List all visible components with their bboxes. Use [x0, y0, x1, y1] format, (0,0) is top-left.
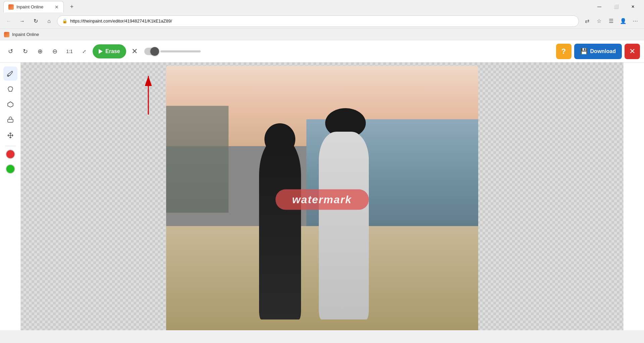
- eraser-tool-button[interactable]: [3, 113, 17, 127]
- url-bar[interactable]: 🔒 https://theinpaint.com/editor/41948274…: [57, 15, 579, 27]
- canvas-area[interactable]: watermark: [21, 62, 623, 330]
- tab-title: Inpaint Online: [16, 4, 52, 9]
- active-tab[interactable]: Inpaint Online ✕: [3, 1, 64, 12]
- svg-marker-1: [8, 102, 13, 107]
- cancel-button[interactable]: ✕: [128, 45, 141, 58]
- new-tab-button[interactable]: +: [67, 2, 77, 11]
- zoom-actual-button[interactable]: 1:1: [63, 45, 76, 58]
- play-icon: [99, 49, 103, 54]
- address-icons: ⇄ ☆ ☰ 👤 ⋯: [582, 16, 641, 27]
- download-label: Download: [590, 48, 616, 54]
- redo-button[interactable]: ↻: [19, 45, 32, 58]
- brand-name: Inpaint Online: [12, 32, 39, 37]
- figure-left-body: [259, 139, 301, 320]
- brush-size-slider[interactable]: [160, 50, 201, 52]
- image-canvas[interactable]: watermark: [166, 66, 478, 330]
- address-bar: ← → ↻ ⌂ 🔒 https://theinpaint.com/editor/…: [0, 13, 644, 29]
- profile-icon[interactable]: 👤: [618, 16, 629, 27]
- editor-body: watermark: [0, 62, 644, 330]
- translate-icon[interactable]: ⇄: [582, 16, 592, 27]
- lock-icon: 🔒: [62, 18, 67, 24]
- close-window-button[interactable]: ✕: [625, 1, 641, 12]
- left-tool-panel: [0, 62, 21, 330]
- refresh-button[interactable]: ↻: [30, 16, 41, 27]
- collections-icon[interactable]: ☰: [606, 16, 616, 27]
- figure-left: [253, 119, 309, 319]
- brand-favicon: [4, 32, 9, 37]
- zoom-in-button[interactable]: ⊕: [34, 45, 46, 58]
- window-controls: — ⬜ ✕: [592, 1, 641, 12]
- menu-icon[interactable]: ⋯: [630, 16, 641, 27]
- erase-button[interactable]: Erase: [93, 44, 126, 58]
- move-tool-button[interactable]: [3, 128, 17, 142]
- polygon-tool-button[interactable]: [3, 97, 17, 112]
- brush-tool-button[interactable]: [3, 67, 17, 81]
- tab-close-icon[interactable]: ✕: [55, 4, 59, 10]
- toolbar-right: ? 💾 Download ✕: [556, 44, 640, 59]
- color-red-button[interactable]: [6, 149, 15, 159]
- favorites-icon[interactable]: ☆: [594, 16, 604, 27]
- maximize-button[interactable]: ⬜: [608, 1, 624, 12]
- close-editor-button[interactable]: ✕: [625, 44, 640, 59]
- home-button[interactable]: ⌂: [44, 16, 54, 27]
- zoom-out-button[interactable]: ⊖: [48, 45, 61, 58]
- help-button[interactable]: ?: [556, 44, 572, 59]
- editor-container: ↺ ↻ ⊕ ⊖ 1:1 ⤢ Erase ✕ ? 💾 Download ✕: [0, 40, 644, 330]
- brand-bar: Inpaint Online: [0, 29, 644, 40]
- brush-toggle[interactable]: [144, 48, 158, 55]
- photo-background: watermark: [166, 66, 478, 330]
- zoom-fit-button[interactable]: ⤢: [78, 45, 91, 58]
- watermark-pill: watermark: [275, 189, 368, 210]
- watermark-text: watermark: [292, 193, 352, 205]
- svg-point-0: [8, 75, 9, 77]
- minimize-button[interactable]: —: [592, 1, 607, 12]
- watermark-overlay: watermark: [275, 189, 368, 210]
- color-green-button[interactable]: [6, 164, 15, 174]
- brush-toggle-knob: [150, 47, 159, 56]
- left-wall: [166, 106, 229, 213]
- panel-separator: [5, 146, 16, 146]
- undo-button[interactable]: ↺: [4, 45, 17, 58]
- url-text: https://theinpaint.com/editor/419482741/…: [70, 18, 172, 24]
- brush-size-control: [144, 48, 201, 55]
- figure-right: [316, 106, 378, 319]
- title-bar: Inpaint Online ✕ + — ⬜ ✕: [0, 0, 644, 13]
- lasso-tool-button[interactable]: [3, 82, 17, 96]
- forward-button[interactable]: →: [17, 16, 28, 27]
- download-icon: 💾: [580, 48, 588, 55]
- download-button[interactable]: 💾 Download: [574, 44, 622, 59]
- back-button[interactable]: ←: [3, 16, 14, 27]
- toolbar: ↺ ↻ ⊕ ⊖ 1:1 ⤢ Erase ✕ ? 💾 Download ✕: [0, 40, 644, 62]
- figure-right-body: [319, 132, 369, 320]
- right-panel: [623, 62, 644, 330]
- erase-label: Erase: [105, 48, 120, 54]
- svg-rect-2: [8, 119, 13, 122]
- tab-favicon: [8, 4, 14, 10]
